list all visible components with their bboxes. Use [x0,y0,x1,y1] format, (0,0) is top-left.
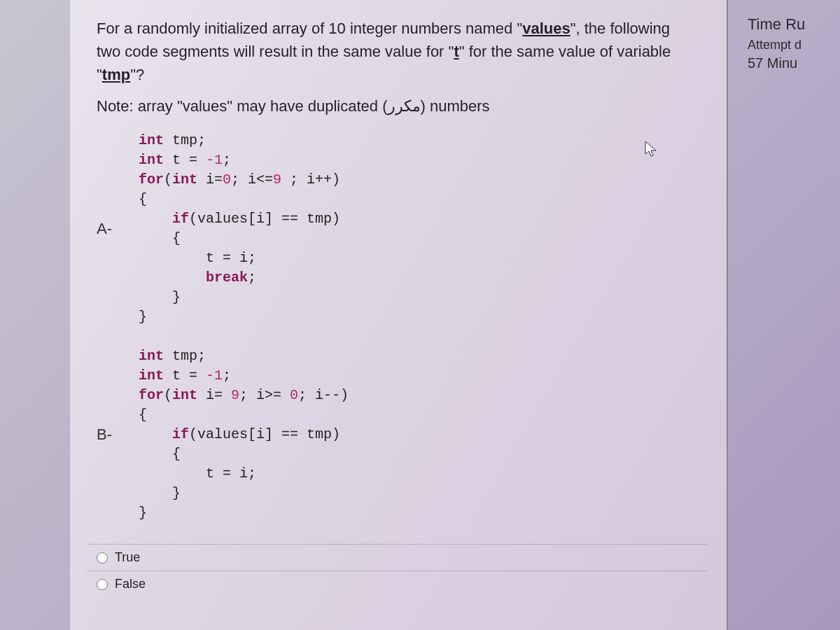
time-remaining: 57 Minu [748,55,840,71]
question-panel: For a randomly initialized array of 10 i… [70,0,728,630]
answer-options: True False [87,544,707,597]
question-text: For a randomly initialized array of 10 i… [97,17,707,86]
timer-panel: Time Ru Attempt d 57 Minu [742,0,840,71]
code-block-a: int tmp; int t = -1; for(int i=0; i<=9 ;… [139,131,340,327]
timer-title: Time Ru [748,15,840,34]
question-note: Note: array "values" may have duplicated… [97,97,707,115]
code-block-b: int tmp; int t = -1; for(int i= 9; i>= 0… [139,346,349,523]
answer-false-row[interactable]: False [87,570,707,597]
answer-true-row[interactable]: True [87,544,707,570]
code-block-b-row: B- int tmp; int t = -1; for(int i= 9; i>… [97,346,707,523]
q-line3-c: "? [130,66,144,83]
q-t: t [454,43,458,60]
radio-true[interactable] [97,552,108,564]
q-tmp: tmp [102,66,130,83]
radio-false[interactable] [97,579,108,590]
q-line3-a: " [97,66,102,83]
q-values: values [522,20,570,37]
q-line2-c: " for the same value of variable [459,43,671,60]
answer-true-label: True [115,550,140,565]
answer-false-label: False [115,577,146,592]
code-block-a-row: A- int tmp; int t = -1; for(int i=0; i<=… [97,131,707,327]
q-line1-a: For a randomly initialized array of 10 i… [97,20,522,37]
label-b: B- [97,426,139,444]
q-line2-a: two code segments will result in the sam… [97,43,454,60]
label-a: A- [97,220,139,238]
q-line1-c: ", the following [570,20,670,37]
attempt-line: Attempt d [748,38,840,52]
